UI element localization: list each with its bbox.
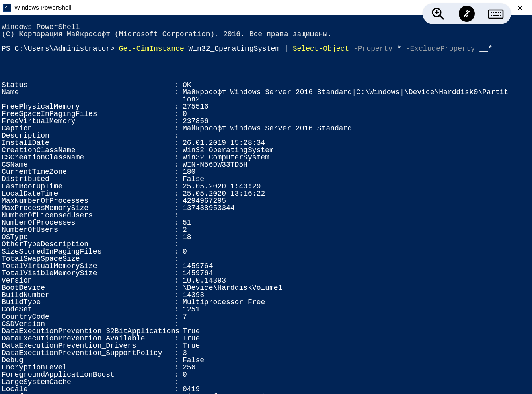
property-value: 137438953344 <box>183 204 235 212</box>
property-row: FreePhysicalMemory: 275516 <box>2 103 530 110</box>
property-row: BuildNumber: 14393 <box>2 291 530 299</box>
property-value: Multiprocessor Free <box>183 298 265 306</box>
close-button[interactable] <box>512 2 528 14</box>
zoom-button[interactable] <box>430 6 446 22</box>
property-key: BuildType <box>2 299 175 306</box>
property-value: 25.05.2020 1:40:29 <box>183 182 261 190</box>
property-value: 3 <box>183 349 187 357</box>
property-key: Name <box>2 89 175 96</box>
property-row: CurrentTimeZone: 180 <box>2 168 530 175</box>
separator: : <box>175 154 183 161</box>
separator: : <box>175 190 183 197</box>
svg-rect-6 <box>489 10 503 18</box>
property-value: \Device\HarddiskVolume1 <box>183 284 282 292</box>
property-row: DataExecutionPrevention_Available: True <box>2 335 530 342</box>
property-value: Win32_OperatingSystem <box>183 146 274 154</box>
property-value-continuation: ion2 <box>2 96 530 103</box>
separator: : <box>175 349 183 357</box>
separator: : <box>175 378 183 386</box>
property-key: NumberOfLicensedUsers <box>2 212 175 219</box>
property-key: LargeSystemCache <box>2 378 175 386</box>
separator: : <box>175 320 183 328</box>
prompt-text: PS C:\Users\Administrator> <box>2 45 119 53</box>
blank-line <box>2 52 530 60</box>
svg-rect-9 <box>495 12 497 13</box>
property-row: TotalSwapSpaceSize: <box>2 255 530 262</box>
svg-rect-13 <box>491 15 492 16</box>
property-value: WIN-N56DW33TD5H <box>183 161 248 169</box>
separator: : <box>175 248 183 255</box>
property-row: NumberOfUsers: 2 <box>2 226 530 233</box>
property-row: CSCreationClassName: Win32_ComputerSyste… <box>2 154 530 161</box>
property-key: Distributed <box>2 175 175 183</box>
property-row: FreeSpaceInPagingFiles: 0 <box>2 110 530 118</box>
separator: : <box>175 204 183 212</box>
property-row: TotalVirtualMemorySize: 1459764 <box>2 262 530 270</box>
keyboard-button[interactable] <box>488 6 504 22</box>
property-row: BuildType: Multiprocessor Free <box>2 299 530 306</box>
property-value: True <box>183 342 200 350</box>
property-key: Debug <box>2 357 175 364</box>
property-key: InstallDate <box>2 139 175 146</box>
property-value: 1251 <box>183 305 200 314</box>
connection-button[interactable] <box>459 6 475 22</box>
separator: : <box>175 386 183 393</box>
property-key: Caption <box>2 125 175 132</box>
property-key: DataExecutionPrevention_32BitApplication… <box>2 328 175 335</box>
separator: : <box>175 335 183 342</box>
separator: : <box>175 262 183 270</box>
property-key: TotalVisibleMemorySize <box>2 270 175 277</box>
terminal-area[interactable]: Windows PowerShell (C) Корпорация Майкро… <box>0 15 532 394</box>
property-row: Description: <box>2 132 530 139</box>
property-value: 275516 <box>183 103 209 111</box>
svg-rect-7 <box>491 12 492 13</box>
property-key: CSName <box>2 161 175 168</box>
property-value: Win32_ComputerSystem <box>183 153 269 161</box>
separator: : <box>175 364 183 371</box>
property-row: FreeVirtualMemory: 237856 <box>2 118 530 125</box>
property-value: 0 <box>183 248 187 256</box>
separator: : <box>175 219 183 226</box>
cmdlet-2: Select-Object <box>288 45 349 53</box>
param-1: -Property <box>349 45 397 53</box>
separator: : <box>175 233 183 241</box>
property-key: CodeSet <box>2 306 175 313</box>
property-value: 256 <box>183 363 195 371</box>
param-2-val: __* <box>479 45 492 53</box>
property-value: 1459764 <box>183 262 213 270</box>
property-value: 25.05.2020 13:16:22 <box>183 190 265 198</box>
property-value: Майкрософт Windows Server 2016 Standard|… <box>183 88 508 96</box>
property-key: CSDVersion <box>2 320 175 328</box>
param-1-val: * <box>397 45 401 53</box>
property-key: TotalSwapSpaceSize <box>2 255 175 262</box>
property-key: ForegroundApplicationBoost <box>2 371 175 378</box>
property-row: BootDevice: \Device\HarddiskVolume1 <box>2 284 530 291</box>
property-value: 0 <box>183 110 187 118</box>
property-value: 51 <box>183 219 191 227</box>
property-row: CreationClassName: Win32_OperatingSystem <box>2 146 530 154</box>
separator: : <box>175 226 183 233</box>
property-key: NumberOfProcesses <box>2 219 175 226</box>
property-value: Майкрософт Windows Server 2016 Standard <box>183 124 352 132</box>
property-key: FreeVirtualMemory <box>2 118 175 125</box>
svg-rect-8 <box>493 12 494 13</box>
property-key: DataExecutionPrevention_Available <box>2 335 175 342</box>
property-key: CreationClassName <box>2 146 175 154</box>
separator: : <box>175 328 183 335</box>
property-key: FreeSpaceInPagingFiles <box>2 110 175 118</box>
property-key: CountryCode <box>2 313 175 320</box>
separator: : <box>175 125 183 132</box>
keyboard-icon <box>488 8 504 20</box>
connection-icon <box>459 6 475 22</box>
svg-rect-12 <box>493 15 499 16</box>
property-row: DataExecutionPrevention_32BitApplication… <box>2 328 530 335</box>
separator: : <box>175 183 183 190</box>
svg-rect-14 <box>500 15 501 16</box>
property-row: LastBootUpTime: 25.05.2020 1:40:29 <box>2 183 530 190</box>
separator: : <box>175 168 183 175</box>
property-row: InstallDate: 26.01.2019 15:28:34 <box>2 139 530 146</box>
separator: : <box>175 255 183 262</box>
properties-output: Status: OKName: Майкрософт Windows Serve… <box>2 81 530 394</box>
property-key: CSCreationClassName <box>2 154 175 161</box>
property-key: SizeStoredInPagingFiles <box>2 248 175 255</box>
